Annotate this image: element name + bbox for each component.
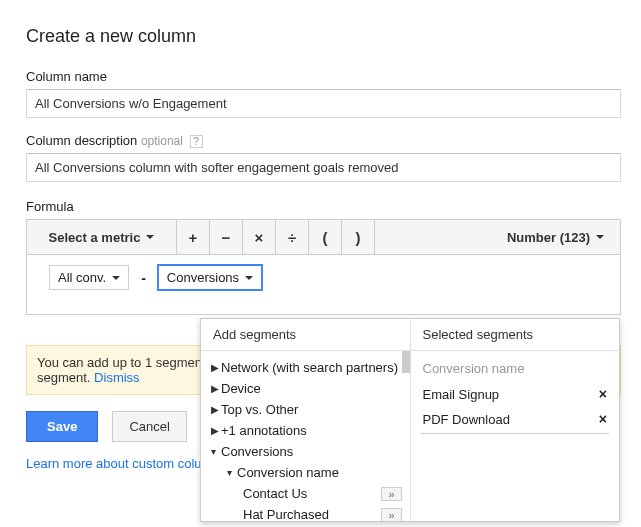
tree-label: Network (with search partners) <box>221 360 398 375</box>
learn-more-link[interactable]: Learn more about custom columns <box>26 456 226 471</box>
formula-label: Formula <box>26 199 621 214</box>
op-minus-button[interactable]: − <box>210 220 243 254</box>
op-lparen-button[interactable]: ( <box>309 220 342 254</box>
add-segments-header: Add segments <box>201 319 410 351</box>
remove-segment-button[interactable]: × <box>599 411 607 427</box>
column-description-input[interactable] <box>26 153 621 182</box>
chip-label: Conversions <box>167 270 239 285</box>
column-name-input[interactable] <box>26 89 621 118</box>
selected-item-label: PDF Download <box>423 412 510 427</box>
tree-label: Conversion name <box>237 465 339 480</box>
selected-item: Email Signup × <box>421 382 610 407</box>
save-button[interactable]: Save <box>26 411 98 442</box>
tree-label: Conversions <box>221 444 293 459</box>
chevron-down-icon <box>245 276 253 280</box>
op-divide-button[interactable]: ÷ <box>276 220 309 254</box>
selected-item: PDF Download × <box>421 407 610 434</box>
selected-category-label: Conversion name <box>421 357 610 382</box>
tree-label: Top vs. Other <box>221 402 298 417</box>
dismiss-link[interactable]: Dismiss <box>94 370 140 385</box>
selected-item-label: Email Signup <box>423 387 500 402</box>
page-title: Create a new column <box>26 26 621 47</box>
cancel-button[interactable]: Cancel <box>112 411 186 442</box>
tree-label: +1 annotations <box>221 423 307 438</box>
formula-toolbar: Select a metric + − × ÷ ( ) Number (123) <box>26 219 621 255</box>
format-dropdown[interactable]: Number (123) <box>375 220 620 254</box>
selected-segments-header: Selected segments <box>411 319 620 351</box>
column-description-text: Column description <box>26 133 137 148</box>
select-metric-dropdown[interactable]: Select a metric <box>27 220 177 254</box>
formula-body[interactable]: All conv. - Conversions <box>26 255 621 315</box>
tree-label: Device <box>221 381 261 396</box>
formula-operator: - <box>137 270 150 286</box>
metric-chip-all-conv[interactable]: All conv. <box>49 265 129 290</box>
help-icon[interactable]: ? <box>190 135 203 148</box>
column-description-label: Column description optional ? <box>26 133 621 148</box>
column-name-label: Column name <box>26 69 621 84</box>
op-rparen-button[interactable]: ) <box>342 220 375 254</box>
select-metric-label: Select a metric <box>49 230 141 245</box>
chevron-down-icon <box>112 276 120 280</box>
tree-item-conversions[interactable]: ▾Conversions <box>207 441 410 462</box>
tree-item-device[interactable]: ▶Device <box>207 378 410 399</box>
chip-label: All conv. <box>58 270 106 285</box>
segments-tree[interactable]: ▶Network (with search partners) ▶Device … <box>201 351 410 481</box>
tree-item-top-vs-other[interactable]: ▶Top vs. Other <box>207 399 410 420</box>
chevron-down-icon <box>146 235 154 239</box>
tree-item-conversion-name[interactable]: ▾Conversion name <box>207 462 410 481</box>
op-multiply-button[interactable]: × <box>243 220 276 254</box>
remove-segment-button[interactable]: × <box>599 386 607 402</box>
optional-text: optional <box>141 134 183 148</box>
format-label: Number (123) <box>507 230 590 245</box>
tree-item-plus1[interactable]: ▶+1 annotations <box>207 420 410 441</box>
scrollbar-thumb[interactable] <box>402 351 410 373</box>
chevron-down-icon <box>596 235 604 239</box>
metric-chip-conversions[interactable]: Conversions <box>158 265 262 290</box>
tree-item-network[interactable]: ▶Network (with search partners) <box>207 357 410 378</box>
segments-popover: Add segments ▶Network (with search partn… <box>200 318 620 481</box>
op-plus-button[interactable]: + <box>177 220 210 254</box>
